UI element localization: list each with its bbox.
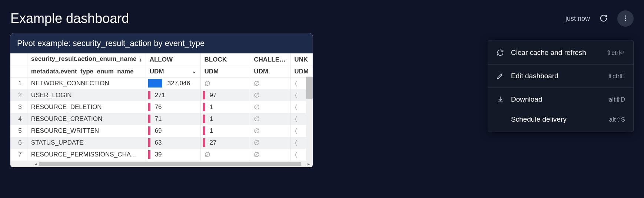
table-row[interactable]: 3RESOURCE_DELETION761∅( <box>10 101 313 113</box>
dashboard-actions-menu: Clear cache and refresh ⇧ctrl↵ Edit dash… <box>488 40 634 132</box>
menu-item-clear-cache[interactable]: Clear cache and refresh ⇧ctrl↵ <box>488 43 633 63</box>
column-dimension-header[interactable]: security_result.action_enum_name › <box>27 53 146 66</box>
more-vertical-icon <box>622 14 629 23</box>
table-row[interactable]: 7RESOURCE_PERMISSIONS_CHA…39∅∅( <box>10 149 313 161</box>
horizontal-scroll-track[interactable]: ◄ ► <box>10 161 313 167</box>
block-cell: 1 <box>200 125 250 137</box>
pivot-col-challenge[interactable]: CHALLE… <box>250 53 291 66</box>
challenge-cell: ∅ <box>250 125 291 137</box>
chevron-right-icon: › <box>139 55 142 64</box>
row-number: 6 <box>10 137 27 149</box>
svg-point-1 <box>625 17 626 19</box>
block-cell: 27 <box>200 137 250 149</box>
pivot-col-unknown[interactable]: UNK <box>291 53 313 66</box>
challenge-cell: ∅ <box>250 89 291 101</box>
measure-header-allow[interactable]: UDM ⌄ <box>146 66 200 77</box>
row-number: 7 <box>10 149 27 161</box>
pivot-table: security_result.action_enum_name › ALLOW… <box>10 53 313 161</box>
menu-item-schedule-delivery[interactable]: Schedule delivery alt⇧S <box>488 109 633 129</box>
event-type-cell: RESOURCE_CREATION <box>27 113 146 125</box>
row-number: 3 <box>10 101 27 113</box>
event-type-cell: RESOURCE_WRITTEN <box>27 125 146 137</box>
allow-cell: 76 <box>146 101 200 113</box>
more-button[interactable] <box>617 10 634 27</box>
row-dimension-header[interactable]: metadata.event_type_enum_name <box>27 66 146 77</box>
block-cell: 97 <box>200 89 250 101</box>
panel-title: Pivot example: security_result_action by… <box>10 33 313 53</box>
table-row[interactable]: 5RESOURCE_WRITTEN691∅( <box>10 125 313 137</box>
vertical-scroll-thumb[interactable] <box>306 77 313 99</box>
refresh-button[interactable] <box>597 12 610 26</box>
svg-point-2 <box>625 20 626 21</box>
allow-cell: 39 <box>146 149 200 161</box>
menu-separator <box>488 88 633 88</box>
allow-cell: 69 <box>146 125 200 137</box>
challenge-cell: ∅ <box>250 137 291 149</box>
menu-label: Download <box>511 95 602 103</box>
allow-cell: 71 <box>146 113 200 125</box>
challenge-cell: ∅ <box>250 101 291 113</box>
last-refresh-text: just now <box>565 15 590 23</box>
pivot-col-allow[interactable]: ALLOW <box>146 53 200 66</box>
event-type-cell: RESOURCE_PERMISSIONS_CHA… <box>27 149 146 161</box>
row-number: 1 <box>10 77 27 90</box>
event-type-cell: RESOURCE_DELETION <box>27 101 146 113</box>
pivot-col-block[interactable]: BLOCK <box>200 53 250 66</box>
block-cell: ∅ <box>200 77 250 90</box>
measure-header-challenge[interactable]: UDM <box>250 66 291 77</box>
menu-shortcut: alt⇧D <box>609 96 625 103</box>
download-icon <box>496 95 504 103</box>
measure-header-unknown[interactable]: UDM <box>291 66 313 77</box>
svg-point-0 <box>625 15 626 16</box>
block-cell: 1 <box>200 101 250 113</box>
menu-shortcut: ⇧ctrlE <box>607 72 625 80</box>
event-type-cell: STATUS_UPDATE <box>27 137 146 149</box>
vertical-scroll-track[interactable] <box>306 76 313 167</box>
menu-label: Schedule delivery <box>511 115 602 123</box>
measure-header-block[interactable]: UDM <box>200 66 250 77</box>
menu-item-download[interactable]: Download alt⇧D <box>488 89 633 109</box>
refresh-icon <box>600 14 608 23</box>
scroll-left-arrow[interactable]: ◄ <box>33 161 39 167</box>
table-row[interactable]: 2USER_LOGIN27197∅( <box>10 89 313 101</box>
pivot-panel: Pivot example: security_result_action by… <box>10 33 313 167</box>
menu-separator <box>488 64 633 65</box>
measure-label: UDM <box>150 68 164 75</box>
event-type-cell: USER_LOGIN <box>27 89 146 101</box>
row-number: 5 <box>10 125 27 137</box>
event-type-cell: NETWORK_CONNECTION <box>27 77 146 90</box>
row-number: 4 <box>10 113 27 125</box>
column-dimension-label: security_result.action_enum_name <box>31 55 136 62</box>
menu-item-edit-dashboard[interactable]: Edit dashboard ⇧ctrlE <box>488 66 633 86</box>
horizontal-scroll-thumb[interactable] <box>39 162 301 166</box>
challenge-cell: ∅ <box>250 77 291 90</box>
chevron-down-icon: ⌄ <box>192 68 197 75</box>
block-cell: 1 <box>200 113 250 125</box>
allow-cell: 63 <box>146 137 200 149</box>
table-row[interactable]: 4RESOURCE_CREATION711∅( <box>10 113 313 125</box>
menu-label: Clear cache and refresh <box>511 49 600 57</box>
challenge-cell: ∅ <box>250 149 291 161</box>
scroll-right-arrow[interactable]: ► <box>305 161 312 167</box>
refresh-icon <box>496 49 504 57</box>
challenge-cell: ∅ <box>250 113 291 125</box>
menu-shortcut: ⇧ctrl↵ <box>606 49 625 57</box>
allow-cell: 327,046 <box>146 77 200 90</box>
row-number: 2 <box>10 89 27 101</box>
row-number-header <box>10 53 27 66</box>
allow-cell: 271 <box>146 89 200 101</box>
table-row[interactable]: 1NETWORK_CONNECTION327,046∅∅( <box>10 77 313 90</box>
page-title: Example dashboard <box>10 11 129 26</box>
pencil-icon <box>496 72 504 80</box>
menu-shortcut: alt⇧S <box>609 116 625 123</box>
table-row[interactable]: 6STATUS_UPDATE6327∅( <box>10 137 313 149</box>
menu-label: Edit dashboard <box>511 72 601 80</box>
block-cell: ∅ <box>200 149 250 161</box>
